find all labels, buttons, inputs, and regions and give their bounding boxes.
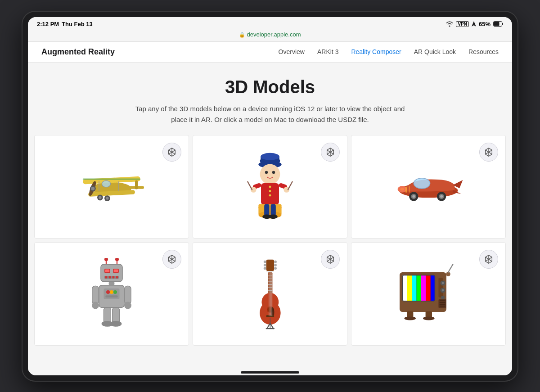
svg-point-156 [442, 282, 444, 284]
svg-rect-106 [266, 259, 274, 270]
svg-point-167 [404, 316, 416, 320]
main-content: 3D Models Tap any of the 3D models below… [28, 63, 512, 368]
svg-line-154 [448, 264, 453, 272]
svg-point-64 [412, 195, 415, 198]
svg-rect-150 [431, 275, 435, 301]
ipad-frame: 2:12 PM Thu Feb 13 VPN 65% [22, 12, 518, 381]
nav-links: Overview ARKit 3 Reality Composer AR Qui… [279, 48, 499, 55]
svg-point-110 [274, 260, 277, 263]
svg-point-68 [400, 188, 404, 190]
address-bar[interactable]: developer.apple.com [28, 29, 512, 42]
model-card-guitar[interactable] [193, 242, 347, 346]
model-card-rocketcar[interactable] [351, 135, 506, 239]
ar-badge-biplane [162, 143, 181, 162]
robot-svg [86, 258, 137, 330]
svg-rect-1 [502, 23, 503, 25]
svg-point-32 [272, 171, 275, 173]
svg-point-102 [110, 321, 122, 327]
model-card-tv[interactable] [351, 242, 506, 346]
svg-point-30 [260, 164, 280, 184]
nav-link-resources[interactable]: Resources [468, 48, 499, 55]
svg-rect-60 [405, 186, 407, 192]
guitar-svg [254, 258, 287, 330]
svg-point-98 [124, 302, 131, 309]
models-grid [28, 133, 512, 365]
model-card-biplane[interactable] [34, 135, 189, 239]
battery-icon [493, 21, 503, 27]
svg-point-13 [91, 187, 94, 190]
svg-point-22 [106, 197, 108, 199]
svg-rect-144 [402, 275, 407, 301]
ar-badge-robot [162, 250, 181, 269]
svg-rect-85 [112, 276, 115, 278]
svg-point-36 [269, 194, 271, 196]
svg-line-42 [288, 181, 292, 189]
ar-badge-tv [479, 250, 498, 269]
svg-rect-145 [407, 275, 412, 301]
ar-icon-guitar [325, 254, 335, 264]
svg-point-158 [442, 289, 444, 291]
home-indicator [28, 368, 512, 375]
status-bar: 2:12 PM Thu Feb 13 VPN 65% [28, 17, 512, 29]
url-text: developer.apple.com [239, 31, 301, 38]
location-icon [472, 21, 476, 27]
svg-rect-146 [412, 275, 416, 301]
svg-point-91 [106, 290, 110, 294]
ar-icon-robot [167, 254, 177, 264]
status-right: VPN 65% [446, 21, 503, 27]
svg-point-34 [269, 185, 271, 188]
svg-rect-84 [109, 276, 111, 278]
svg-point-73 [104, 258, 108, 261]
date: Thu Feb 13 [62, 21, 93, 27]
svg-rect-148 [421, 275, 426, 301]
page-title: 3D Models [37, 77, 503, 97]
svg-point-28 [261, 153, 279, 160]
drummer-svg [245, 151, 295, 223]
svg-rect-83 [105, 276, 108, 278]
ar-badge-drummer [321, 143, 340, 162]
nav-logo: Augmented Reality [41, 47, 279, 57]
model-card-drummer[interactable] [193, 135, 347, 239]
wifi-icon [446, 21, 453, 27]
home-bar[interactable] [241, 371, 299, 374]
svg-point-35 [269, 190, 271, 192]
vpn-badge: VPN [456, 21, 469, 27]
svg-rect-96 [125, 286, 131, 304]
svg-point-159 [441, 296, 445, 299]
model-card-robot[interactable] [34, 242, 189, 346]
svg-point-92 [110, 290, 113, 294]
svg-rect-76 [101, 264, 122, 281]
nav-bar: Augmented Reality Overview ARKit 3 Reali… [28, 42, 512, 63]
svg-point-31 [265, 171, 268, 173]
svg-point-109 [263, 267, 266, 270]
svg-rect-94 [105, 295, 117, 297]
svg-line-41 [248, 181, 252, 189]
svg-rect-61 [409, 186, 410, 193]
svg-point-112 [274, 267, 277, 270]
tv-svg [392, 261, 464, 326]
svg-point-93 [113, 290, 117, 294]
svg-point-108 [263, 264, 266, 266]
ar-badge-rocketcar [479, 143, 498, 162]
ar-badge-guitar [321, 250, 340, 269]
rocketcar-svg [392, 167, 464, 206]
svg-rect-14 [83, 178, 140, 180]
screen: 2:12 PM Thu Feb 13 VPN 65% [28, 17, 512, 375]
svg-point-75 [115, 258, 119, 261]
svg-point-67 [440, 195, 443, 198]
svg-point-168 [423, 316, 435, 320]
svg-rect-81 [114, 269, 118, 272]
nav-link-ar-quick-look[interactable]: AR Quick Look [414, 48, 456, 55]
battery-percent: 65% [479, 21, 490, 27]
svg-point-52 [269, 214, 278, 219]
page-title-section: 3D Models Tap any of the 3D models below… [28, 63, 512, 133]
time: 2:12 PM [37, 21, 59, 27]
svg-rect-86 [116, 276, 118, 278]
status-left: 2:12 PM Thu Feb 13 [37, 21, 93, 27]
svg-rect-79 [105, 269, 110, 272]
nav-link-reality-composer[interactable]: Reality Composer [351, 48, 401, 55]
nav-link-arkit3[interactable]: ARKit 3 [317, 48, 338, 55]
svg-point-20 [99, 196, 101, 198]
nav-link-overview[interactable]: Overview [279, 48, 305, 55]
biplane-svg [76, 162, 148, 212]
